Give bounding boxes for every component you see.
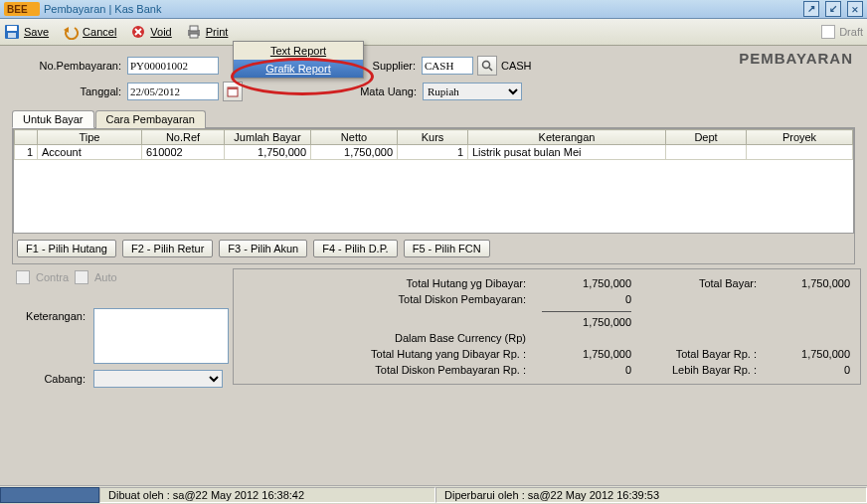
restore-out-icon[interactable]: ↗ — [803, 1, 819, 17]
cancel-button[interactable]: Cancel — [63, 24, 116, 40]
save-icon — [4, 24, 20, 40]
col-keterangan: Keterangan — [468, 130, 666, 145]
print-button[interactable]: Print — [186, 24, 229, 40]
f3-pilih-akun-button[interactable]: F3 - Pilih Akun — [219, 240, 307, 257]
calendar-button[interactable] — [223, 82, 243, 101]
text-report-item[interactable]: Text Report — [234, 42, 363, 60]
total-bayar: 1,750,000 — [761, 277, 850, 289]
keterangan-label: Keterangan: — [16, 310, 86, 322]
f1-pilih-hutang-button[interactable]: F1 - Pilih Hutang — [17, 240, 116, 257]
col-proyek: Proyek — [747, 130, 853, 145]
checkbox-icon — [821, 25, 835, 39]
print-menu: Text Report Grafik Report — [233, 41, 364, 79]
window-title: Pembayaran | Kas Bank — [44, 3, 161, 15]
cabang-label: Cabang: — [16, 373, 86, 385]
save-button[interactable]: Save — [4, 24, 49, 40]
payment-grid[interactable]: Tipe No.Ref Jumlah Bayar Netto Kurs Kete… — [13, 128, 854, 234]
mata-uang-select[interactable]: Rupiah — [423, 83, 522, 100]
svg-point-10 — [483, 62, 490, 69]
col-tipe: Tipe — [38, 130, 142, 145]
print-icon — [186, 24, 202, 40]
supplier-name: CASH — [501, 60, 532, 72]
tab-untuk-bayar[interactable]: Untuk Bayar — [12, 110, 94, 128]
col-rownum — [15, 130, 38, 145]
save-label: Save — [24, 26, 49, 38]
f5-pilih-fcn-button[interactable]: F5 - Pilih FCN — [404, 240, 490, 257]
col-kurs: Kurs — [398, 130, 468, 145]
total-diskon-pembayaran: 0 — [542, 293, 631, 305]
svg-rect-8 — [190, 26, 198, 31]
grafik-report-item[interactable]: Grafik Report — [234, 60, 363, 78]
supplier-code-input[interactable] — [422, 57, 473, 75]
restore-in-icon[interactable]: ↙ — [825, 1, 841, 17]
tanggal-input[interactable] — [127, 83, 219, 100]
f4-pilih-dp-button[interactable]: F4 - Pilih D.P. — [313, 240, 397, 257]
contra-checkbox — [16, 270, 30, 284]
cancel-label: Cancel — [83, 26, 116, 38]
f2-pilih-retur-button[interactable]: F2 - Pilih Retur — [122, 240, 213, 257]
print-label: Print — [206, 26, 229, 38]
void-label: Void — [150, 26, 171, 38]
col-jumlah-bayar: Jumlah Bayar — [225, 130, 311, 145]
auto-checkbox — [75, 270, 88, 284]
svg-text:BEE: BEE — [7, 4, 28, 15]
search-icon — [481, 60, 493, 72]
title-bar: BEE Pembayaran | Kas Bank ↗ ↙ ⨉ — [0, 0, 867, 19]
svg-rect-3 — [7, 26, 17, 31]
lookup-supplier-button[interactable] — [477, 56, 497, 76]
void-button[interactable]: Void — [130, 24, 171, 40]
svg-line-11 — [489, 68, 492, 71]
tab-cara-pembayaran[interactable]: Cara Pembayaran — [95, 110, 206, 128]
svg-rect-9 — [190, 34, 198, 38]
app-logo-icon: BEE — [4, 2, 40, 16]
totals-panel: Total Hutang yg Dibayar: 1,750,000 Total… — [233, 268, 861, 385]
total-diskon-rp: 0 — [542, 364, 631, 376]
draft-checkbox[interactable]: Draft — [821, 25, 863, 39]
lebih-bayar-rp: 0 — [761, 364, 850, 376]
mata-uang-label: Mata Uang: — [243, 85, 417, 97]
status-created: Dibuat oleh : sa@22 May 2012 16:38:42 — [99, 487, 435, 503]
subtotal: 1,750,000 — [542, 316, 631, 328]
status-bar: Dibuat oleh : sa@22 May 2012 16:38:42 Di… — [0, 485, 867, 504]
col-dept: Dept — [666, 130, 747, 145]
col-noref: No.Ref — [142, 130, 225, 145]
undo-icon — [63, 24, 79, 40]
no-pembayaran-label: No.Pembayaran: — [12, 60, 121, 72]
total-hutang-rp: 1,750,000 — [542, 348, 631, 360]
total-bayar-rp: 1,750,000 — [761, 348, 850, 360]
void-icon — [130, 24, 146, 40]
calendar-icon — [227, 85, 239, 97]
page-title: PEMBAYARAN — [739, 50, 853, 67]
total-hutang-dibayar: 1,750,000 — [542, 277, 631, 289]
close-icon[interactable]: ⨉ — [847, 1, 863, 17]
col-netto: Netto — [311, 130, 398, 145]
svg-rect-13 — [228, 87, 238, 89]
tanggal-label: Tanggal: — [12, 85, 121, 97]
status-updated: Diperbarui oleh : sa@22 May 2012 16:39:5… — [435, 487, 867, 503]
toolbar: Save Cancel Void Print Draft Text Report… — [0, 19, 867, 46]
cabang-select[interactable] — [93, 370, 223, 388]
no-pembayaran-input[interactable] — [127, 57, 219, 75]
status-segment-blue — [0, 487, 99, 503]
keterangan-textarea[interactable] — [93, 308, 229, 364]
svg-rect-4 — [8, 33, 16, 38]
table-row[interactable]: 1 Account 610002 1,750,000 1,750,000 1 L… — [15, 145, 853, 160]
